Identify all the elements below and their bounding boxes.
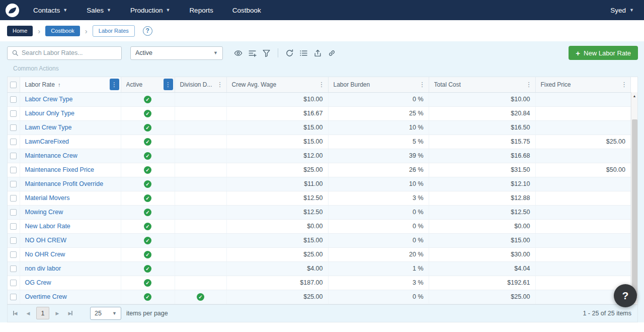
labor-rate-link[interactable]: Lawn Crew Type [25, 124, 72, 131]
labor-rate-link[interactable]: New Labor Rate [25, 223, 70, 230]
column-menu-icon[interactable]: ⋮ [619, 79, 629, 90]
breadcrumb-costbook[interactable]: Costbook [45, 26, 79, 36]
scrollbar-thumb[interactable] [632, 119, 637, 296]
nav-item-production[interactable]: Production▼ [130, 7, 170, 14]
row-checkbox[interactable] [10, 96, 17, 103]
column-menu-icon[interactable]: ⋮ [215, 79, 225, 90]
nav-item-label: Production [130, 7, 163, 14]
table-row: New Labor Rate✓$0.000 %$0.00 [8, 219, 631, 233]
division-default-cell [175, 120, 226, 135]
row-checkbox[interactable] [10, 139, 17, 145]
labor-rate-link[interactable]: Labour Only Type [25, 110, 74, 117]
column-menu-icon[interactable]: ⋮ [317, 79, 327, 90]
column-menu-icon[interactable]: ⋮ [110, 79, 119, 90]
pager-prev-button[interactable]: ◀ [22, 307, 35, 320]
division-default-cell: ✓ [175, 290, 226, 304]
page-size-select[interactable]: 25 ▼ [90, 307, 121, 320]
active-cell: ✓ [121, 233, 175, 247]
active-cell: ✓ [121, 247, 175, 261]
row-checkbox[interactable] [10, 181, 17, 187]
row-checkbox[interactable] [10, 237, 17, 244]
help-icon[interactable]: ? [143, 26, 152, 36]
row-checkbox[interactable] [10, 251, 17, 258]
row-checkbox[interactable] [10, 110, 17, 117]
labor-rate-link[interactable]: Overtime Crew [25, 293, 67, 300]
row-checkbox[interactable] [10, 167, 17, 173]
crew-avg-wage-cell: $12.50 [226, 205, 328, 219]
refresh-icon[interactable] [283, 47, 296, 59]
column-menu-icon[interactable]: ⋮ [164, 79, 173, 90]
labor-burden-cell: 3 % [328, 191, 429, 205]
select-all-checkbox[interactable] [10, 82, 17, 88]
labor-burden-cell: 0 % [328, 233, 429, 247]
labor-rate-link[interactable]: non div labor [25, 265, 61, 272]
column-header-division-default[interactable]: Division D... ⋮ [175, 77, 226, 92]
column-header-crew-avg-wage[interactable]: Crew Avg. Wage ⋮ [226, 77, 328, 92]
row-checkbox[interactable] [10, 265, 17, 272]
table-row: LawnCareFixed✓$15.005 %$15.75$25.00 [8, 135, 631, 149]
column-menu-icon[interactable]: ⋮ [418, 79, 427, 90]
labor-rate-link[interactable]: Maintenance Crew [25, 152, 77, 159]
row-checkbox[interactable] [10, 195, 17, 202]
labor-rate-link[interactable]: NO OH CREW [25, 237, 67, 244]
row-checkbox[interactable] [10, 209, 17, 216]
labor-rate-link[interactable]: Labor Crew Type [25, 96, 73, 103]
breadcrumb-labor-rates[interactable]: Labor Rates [93, 25, 135, 37]
active-cell: ✓ [121, 205, 175, 219]
pager-last-button[interactable]: ▶ [64, 307, 77, 320]
nav-item-sales[interactable]: Sales▼ [87, 7, 111, 14]
common-actions-button[interactable]: Common Actions [13, 65, 59, 72]
nav-item-label: Reports [189, 7, 213, 14]
labor-rate-name-cell: OG Crew [20, 276, 121, 290]
nav-item-reports[interactable]: Reports [189, 7, 213, 14]
nav-item-contacts[interactable]: Contacts▼ [33, 7, 67, 14]
column-header-active[interactable]: Active ⋮ [121, 77, 175, 92]
app-logo[interactable] [6, 4, 19, 17]
labor-rate-link[interactable]: Mowing Crew [25, 209, 63, 216]
pager-next-button[interactable]: ▶ [51, 307, 64, 320]
column-header-labor-burden[interactable]: Labor Burden ⋮ [328, 77, 429, 92]
status-filter-select[interactable]: Active ▼ [130, 46, 223, 60]
list-icon[interactable] [297, 47, 310, 59]
labor-rate-name-cell: Overtime Crew [20, 290, 121, 304]
labor-rate-link[interactable]: OG Crew [25, 279, 51, 286]
division-default-cell [175, 149, 226, 163]
column-header-fixed-price[interactable]: Fixed Price ⋮ [535, 77, 631, 92]
labor-rate-link[interactable]: Material Movers [25, 194, 70, 202]
labor-rate-link[interactable]: Maintenance Profit Override [25, 180, 104, 187]
active-cell: ✓ [121, 135, 175, 149]
row-checkbox-cell [8, 120, 20, 135]
labor-rate-name-cell: Material Movers [20, 191, 121, 205]
floating-help-button[interactable]: ? [614, 284, 637, 307]
search-input[interactable] [22, 49, 117, 56]
row-checkbox[interactable] [10, 124, 17, 131]
row-checkbox[interactable] [10, 280, 17, 286]
column-header-labor-rate[interactable]: Labor Rate↑ ⋮ [20, 77, 121, 92]
scroll-up-icon[interactable]: ▲ [631, 92, 637, 98]
next-page-icon: ▶ [56, 311, 59, 316]
column-menu-icon[interactable]: ⋮ [524, 79, 534, 90]
row-checkbox[interactable] [10, 153, 17, 159]
labor-rate-link[interactable]: Maintenance Fixed Price [25, 166, 95, 173]
eye-icon[interactable] [232, 47, 245, 59]
link-icon[interactable] [326, 47, 338, 59]
vertical-scrollbar[interactable]: ▲ [631, 92, 637, 304]
export-icon[interactable] [311, 47, 324, 59]
pager-first-button[interactable]: ◀ [9, 307, 22, 320]
fixed-price-cell [535, 106, 631, 120]
pager-page-1[interactable]: 1 [36, 307, 49, 319]
labor-rate-link[interactable]: LawnCareFixed [25, 138, 69, 145]
nav-item-label: Contacts [33, 7, 60, 14]
breadcrumb-home[interactable]: Home [7, 26, 33, 36]
filter-icon[interactable] [260, 47, 273, 59]
labor-rate-link[interactable]: No OHR Crew [25, 251, 65, 258]
division-default-cell [175, 92, 226, 106]
row-checkbox[interactable] [10, 294, 17, 300]
nav-item-costbook[interactable]: Costbook [232, 7, 261, 14]
division-default-check-icon: ✓ [197, 293, 204, 301]
columns-icon[interactable] [246, 47, 259, 59]
new-labor-rate-button[interactable]: + New Labor Rate [569, 46, 638, 60]
column-header-total-cost[interactable]: Total Cost ⋮ [429, 77, 535, 92]
user-menu[interactable]: Syed▼ [610, 7, 634, 14]
row-checkbox[interactable] [10, 223, 17, 230]
